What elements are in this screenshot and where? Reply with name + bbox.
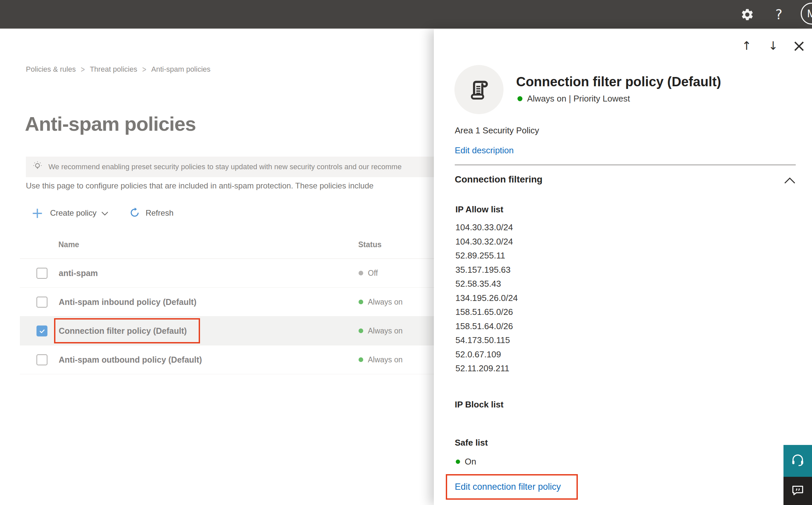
status-dot <box>359 328 363 333</box>
row-checkbox[interactable] <box>36 354 47 365</box>
column-header-status[interactable]: Status <box>358 240 381 249</box>
policy-name[interactable]: anti-spam <box>59 269 98 278</box>
safe-list-status: On <box>456 457 476 467</box>
flyout-title: Connection filter policy (Default) <box>516 74 721 90</box>
edit-connection-filter-policy-link[interactable]: Edit connection filter policy <box>455 482 561 492</box>
ip-entry: 134.195.26.0/24 <box>455 291 518 305</box>
edit-description-link[interactable]: Edit description <box>455 145 514 156</box>
policy-details-flyout: ↑ ↓ × Connection filter policy (Default)… <box>434 29 812 505</box>
status-dot <box>456 460 460 464</box>
status-text: Always on | Priority Lowest <box>527 94 630 104</box>
page-title: Anti-spam policies <box>25 112 196 136</box>
table-row[interactable]: Anti-spam outbound policy (Default) Alwa… <box>20 345 434 374</box>
status-dot <box>359 300 363 304</box>
policy-name[interactable]: Connection filter policy (Default) <box>59 326 187 336</box>
policy-name[interactable]: Anti-spam inbound policy (Default) <box>59 297 196 307</box>
refresh-button[interactable]: Refresh <box>146 208 174 218</box>
headset-icon <box>790 453 805 469</box>
row-checkbox[interactable] <box>36 297 47 308</box>
row-checkbox[interactable] <box>36 268 47 279</box>
page-description: Use this page to configure policies that… <box>26 181 434 190</box>
breadcrumb-policies-rules[interactable]: Policies & rules <box>26 65 76 74</box>
ip-entry: 104.30.33.0/24 <box>455 220 518 234</box>
ip-entry: 52.58.35.43 <box>455 277 518 291</box>
ip-entry: 158.51.64.0/26 <box>455 319 518 333</box>
ip-entry: 158.51.65.0/26 <box>455 305 518 319</box>
chevron-up-icon[interactable] <box>784 177 795 185</box>
table-row[interactable]: Anti-spam inbound policy (Default) Alway… <box>20 288 434 317</box>
support-button[interactable] <box>784 445 812 477</box>
chat-bubble-icon <box>791 483 805 499</box>
status-label: Always on <box>368 355 403 364</box>
table-header: Name Status <box>20 232 434 259</box>
chevron-right-icon: > <box>80 64 84 74</box>
status-label: Off <box>368 269 378 278</box>
policy-description: Area 1 Security Policy <box>455 126 539 136</box>
ip-allow-list: 104.30.33.0/24 104.30.32.0/24 52.89.255.… <box>455 220 518 376</box>
status-dot <box>518 96 523 101</box>
status-dot <box>359 357 363 362</box>
close-icon[interactable]: × <box>792 38 806 54</box>
column-header-name[interactable]: Name <box>58 240 79 249</box>
help-icon[interactable]: ? <box>772 5 786 24</box>
row-checkbox-checked[interactable] <box>36 326 47 336</box>
ip-entry: 54.173.50.115 <box>455 333 518 347</box>
chevron-down-icon[interactable] <box>101 211 109 217</box>
ip-block-list-title: IP Block list <box>455 399 503 410</box>
command-bar: + Create policy Refresh <box>31 204 174 222</box>
previous-item-arrow-icon[interactable]: ↑ <box>740 38 754 54</box>
ip-entry: 52.89.255.11 <box>455 248 518 263</box>
table-row[interactable]: anti-spam Off <box>20 259 434 288</box>
next-item-arrow-icon[interactable]: ↓ <box>766 38 780 54</box>
ip-entry: 35.157.195.63 <box>455 263 518 277</box>
policy-scroll-icon <box>454 65 503 114</box>
breadcrumb-threat-policies[interactable]: Threat policies <box>90 65 137 74</box>
breadcrumb-anti-spam-policies[interactable]: Anti-spam policies <box>151 65 211 74</box>
refresh-icon <box>129 207 140 220</box>
lightbulb-icon <box>32 161 43 173</box>
breadcrumb: Policies & rules > Threat policies > Ant… <box>26 65 211 74</box>
policies-table: Name Status anti-spam Off Anti-spam inbo… <box>20 232 434 374</box>
safe-list-status-text: On <box>465 457 476 467</box>
table-row-selected[interactable]: Connection filter policy (Default) Alway… <box>20 317 434 345</box>
divider <box>455 165 796 165</box>
settings-gear-icon[interactable] <box>740 8 754 22</box>
safe-list-title: Safe list <box>455 438 488 448</box>
policy-name[interactable]: Anti-spam outbound policy (Default) <box>59 355 202 365</box>
feedback-button[interactable] <box>784 477 812 505</box>
recommendation-banner: We recommend enabling preset security po… <box>26 157 434 177</box>
ip-entry: 52.0.67.109 <box>455 347 518 362</box>
section-title-connection-filtering: Connection filtering <box>455 174 542 185</box>
ip-entry: 104.30.32.0/24 <box>455 234 518 249</box>
chevron-right-icon: > <box>142 64 146 74</box>
top-app-bar: ? M <box>0 0 812 29</box>
banner-text: We recommend enabling preset security po… <box>48 163 402 171</box>
ip-allow-list-title: IP Allow list <box>455 204 503 215</box>
create-policy-button[interactable]: Create policy <box>50 208 96 218</box>
flyout-status-line: Always on | Priority Lowest <box>518 94 630 104</box>
status-label: Always on <box>368 298 403 307</box>
status-dot <box>359 271 363 276</box>
status-label: Always on <box>368 327 403 335</box>
ip-entry: 52.11.209.211 <box>455 361 518 376</box>
plus-icon: + <box>31 206 43 220</box>
avatar[interactable]: M <box>801 3 812 25</box>
